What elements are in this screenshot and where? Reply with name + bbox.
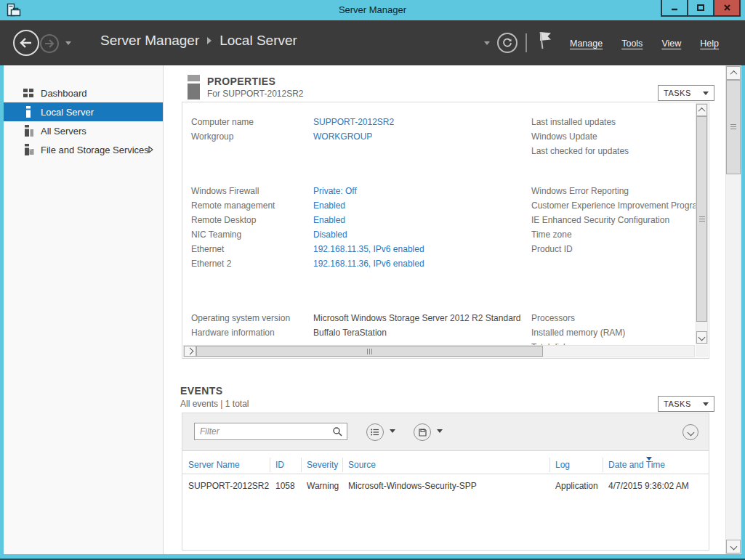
menu-item[interactable]: Manage xyxy=(570,38,603,49)
menu-item[interactable]: View xyxy=(661,38,681,49)
column-header-log[interactable]: Log xyxy=(555,456,570,474)
property-value[interactable]: SUPPORT-2012SR2 xyxy=(313,115,394,129)
event-date-time: 4/7/2015 9:36:02 AM xyxy=(608,474,689,498)
event-id: 1058 xyxy=(275,474,295,498)
property-label: Remote Desktop xyxy=(182,213,313,227)
forward-button-disabled[interactable] xyxy=(40,34,59,53)
scrollbar-thumb[interactable] xyxy=(696,116,707,322)
scope-dropdown-caret-icon[interactable] xyxy=(484,41,490,45)
filter-input[interactable] xyxy=(195,423,347,439)
property-label: Ethernet 2 xyxy=(182,256,313,271)
filter-list-caret-icon[interactable] xyxy=(390,429,395,433)
event-log: Application xyxy=(555,474,598,498)
sidebar-item-all-servers[interactable]: All Servers xyxy=(4,121,163,140)
collapse-panel-button[interactable] xyxy=(682,424,698,440)
properties-group-network: Windows Firewall Private: Off Remote man… xyxy=(182,184,517,271)
properties-title: PROPERTIES xyxy=(207,76,275,87)
property-value[interactable]: 192.168.11.36, IPv6 enabled xyxy=(313,256,424,271)
breadcrumb-root[interactable]: Server Manager xyxy=(100,33,199,49)
property-value[interactable]: Enabled xyxy=(313,213,345,227)
event-table-row[interactable]: SUPPORT-2012SR2 1058 Warning Microsoft-W… xyxy=(182,474,709,498)
property-row: Hardware information Buffalo TeraStation xyxy=(182,325,517,340)
sidebar-item-dashboard[interactable]: Dashboard xyxy=(4,84,163,102)
property-value[interactable]: Microsoft Windows Storage Server 2012 R2… xyxy=(313,311,520,325)
titlebar: Server Manager xyxy=(0,0,745,20)
property-label: Last installed updates xyxy=(531,115,696,129)
column-header-source[interactable]: Source xyxy=(348,456,376,474)
property-row: Computer name SUPPORT-2012SR2 xyxy=(182,115,517,129)
close-button[interactable] xyxy=(713,0,741,17)
chevron-down-icon xyxy=(698,334,706,341)
column-header-date-time[interactable]: Date and Time xyxy=(608,456,665,474)
tasks-caret-icon xyxy=(703,92,709,95)
property-value[interactable]: 192.168.11.35, IPv6 enabled xyxy=(313,242,424,256)
menu-item[interactable]: Help xyxy=(700,38,719,49)
chevron-up-icon xyxy=(698,107,706,115)
server-manager-window: Server Manager Server Manage xyxy=(0,0,745,560)
property-row: NIC Teaming Disabled xyxy=(182,227,517,242)
sidebar-item-label: File and Storage Services xyxy=(41,145,149,155)
property-value[interactable]: Enabled xyxy=(313,198,345,213)
scroll-up-button[interactable] xyxy=(696,104,707,116)
scrollbar-thumb[interactable] xyxy=(726,80,741,174)
property-label: Processors xyxy=(531,311,696,325)
filter-field[interactable] xyxy=(194,423,347,440)
chevron-right-icon xyxy=(187,348,194,355)
events-subtitle: All events | 1 total xyxy=(180,399,249,409)
scroll-down-button[interactable] xyxy=(726,540,741,553)
refresh-button[interactable] xyxy=(497,33,518,53)
maximize-button[interactable] xyxy=(687,0,714,17)
properties-right-group-config: Windows Error ReportingCustomer Experien… xyxy=(531,184,696,256)
column-header-server-name[interactable]: Server Name xyxy=(188,456,240,474)
menu-item[interactable]: Tools xyxy=(621,38,643,49)
property-row: Remote management Enabled xyxy=(182,198,517,213)
scroll-down-button[interactable] xyxy=(696,331,707,344)
notifications-flag-icon[interactable] xyxy=(537,31,553,49)
file-storage-icon xyxy=(23,144,34,155)
events-tasks-button[interactable]: TASKS xyxy=(658,396,714,412)
forward-arrow-icon xyxy=(44,39,55,48)
submenu-arrow-icon xyxy=(148,146,153,153)
column-divider xyxy=(603,458,603,472)
filter-list-button[interactable] xyxy=(366,423,384,441)
properties-panel: Computer name SUPPORT-2012SR2 Workgroup … xyxy=(182,102,709,359)
save-query-caret-icon[interactable] xyxy=(437,429,443,433)
properties-horizontal-scrollbar[interactable] xyxy=(183,345,695,357)
events-panel: Server Name ID Severity Source Log Date … xyxy=(182,413,709,551)
save-query-button[interactable] xyxy=(414,423,431,441)
sidebar-item-local-server[interactable]: Local Server xyxy=(4,102,163,121)
property-label: Installed memory (RAM) xyxy=(531,325,696,340)
chevron-down-icon xyxy=(730,543,737,551)
history-dropdown-caret-icon[interactable] xyxy=(65,41,71,45)
back-button[interactable] xyxy=(13,30,39,56)
sidebar-item-label: All Servers xyxy=(41,126,86,137)
property-label: Windows Firewall xyxy=(182,184,313,198)
property-label: NIC Teaming xyxy=(182,227,313,242)
properties-vertical-scrollbar[interactable] xyxy=(696,103,708,344)
scroll-up-button[interactable] xyxy=(726,66,741,80)
property-label: IE Enhanced Security Configuration xyxy=(531,213,696,227)
property-label: Windows Update xyxy=(531,129,696,144)
property-value[interactable]: Private: Off xyxy=(313,184,357,198)
column-header-id[interactable]: ID xyxy=(275,456,284,474)
save-icon xyxy=(419,429,427,437)
scrollbar-thumb[interactable] xyxy=(196,346,543,357)
property-value[interactable]: Buffalo TeraStation xyxy=(313,325,387,340)
column-header-severity[interactable]: Severity xyxy=(307,456,338,474)
main-vertical-scrollbar[interactable] xyxy=(725,65,741,554)
properties-subtitle: For SUPPORT-2012SR2 xyxy=(207,89,304,99)
property-label: Ethernet xyxy=(182,242,313,256)
properties-panel-icon xyxy=(188,75,200,100)
properties-tasks-button[interactable]: TASKS xyxy=(658,85,714,101)
sort-descending-icon xyxy=(646,457,652,460)
column-divider xyxy=(549,458,550,472)
window-title: Server Manager xyxy=(0,4,745,15)
list-icon xyxy=(371,429,379,436)
property-value[interactable]: Disabled xyxy=(313,227,347,242)
property-value[interactable]: WORKGROUP xyxy=(313,129,372,144)
sidebar-item-file-storage-services[interactable]: File and Storage Services xyxy=(4,140,163,159)
scroll-right-button[interactable] xyxy=(184,346,196,357)
event-severity: Warning xyxy=(307,474,339,498)
navigation-bar: Server Manager Local Server Manage Tools… xyxy=(0,20,745,65)
minimize-button[interactable] xyxy=(661,0,688,17)
